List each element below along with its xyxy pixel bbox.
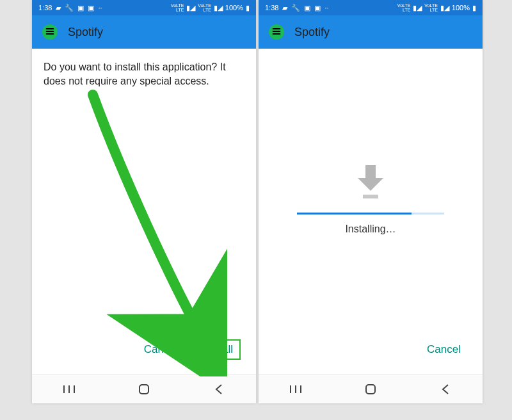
- installing-body: Installing… Cancel: [259, 49, 483, 374]
- battery-icon: ▮: [472, 4, 476, 12]
- nav-recent-button[interactable]: [276, 384, 315, 394]
- image-icon: ▣: [77, 4, 84, 12]
- install-prompt-body: Do you want to install this application?…: [32, 49, 256, 374]
- signal-icon-2: ▮◢: [214, 4, 223, 12]
- progress-fill: [297, 213, 412, 214]
- install-prompt-message: Do you want to install this application?…: [44, 60, 244, 88]
- button-row: Cancel: [270, 333, 471, 369]
- image-icon-2: ▣: [88, 4, 94, 12]
- network-indicator-1: VoLTELTE: [171, 3, 184, 12]
- nav-recent-button[interactable]: [50, 384, 88, 394]
- cancel-button[interactable]: Cancel: [138, 339, 184, 360]
- network-indicator-1: VoLTELTE: [397, 3, 411, 12]
- nav-back-button[interactable]: [200, 383, 238, 396]
- nav-home-button[interactable]: [125, 383, 163, 396]
- nav-bar: [259, 374, 483, 403]
- cancel-button[interactable]: Cancel: [420, 339, 467, 360]
- svg-marker-4: [358, 165, 383, 191]
- phone-installing: 1:38 ▰ 🔧 ▣ ▣ ·· VoLTELTE ▮◢ VoLTELTE ▮◢ …: [259, 0, 483, 403]
- battery-icon: ▮: [246, 4, 250, 12]
- app-header: Spotify: [32, 15, 256, 49]
- wrench-icon: 🔧: [65, 4, 74, 12]
- status-time: 1:38: [265, 4, 278, 12]
- signal-icon: ▮◢: [186, 4, 195, 12]
- spotify-icon: [269, 24, 284, 40]
- install-button[interactable]: Install: [197, 339, 241, 360]
- nav-bar: [32, 374, 256, 403]
- status-time: 1:38: [38, 4, 52, 12]
- app-header: Spotify: [259, 15, 483, 49]
- download-icon: [353, 163, 388, 201]
- image-icon: ▣: [304, 4, 310, 12]
- battery-pct: 100%: [225, 4, 243, 12]
- battery-pct: 100%: [452, 4, 470, 12]
- svg-rect-3: [140, 385, 148, 394]
- more-icon: ··: [324, 4, 328, 12]
- progress-bar: [297, 213, 444, 214]
- spotify-icon: [42, 24, 58, 40]
- status-bar: 1:38 ▰ 🔧 ▣ ▣ ·· VoLTELTE ▮◢ VoLTELTE ▮◢ …: [259, 0, 483, 15]
- button-row: Cancel Install: [44, 333, 244, 369]
- status-bar: 1:38 ▰ 🔧 ▣ ▣ ·· VoLTELTE ▮◢ VoLTELTE ▮◢ …: [32, 0, 256, 15]
- app-title: Spotify: [68, 26, 103, 39]
- app-title: Spotify: [294, 26, 330, 39]
- phone-install-prompt: 1:38 ▰ 🔧 ▣ ▣ ·· VoLTELTE ▮◢ VoLTELTE ▮◢ …: [32, 0, 256, 403]
- mail-icon: ▰: [282, 4, 287, 12]
- installing-label: Installing…: [345, 223, 396, 235]
- network-indicator-2: VoLTELTE: [424, 3, 438, 12]
- signal-icon-2: ▮◢: [440, 4, 449, 12]
- signal-icon: ▮◢: [413, 4, 422, 12]
- image-icon-2: ▣: [314, 4, 321, 12]
- nav-home-button[interactable]: [351, 383, 390, 396]
- svg-rect-9: [366, 385, 375, 394]
- nav-back-button[interactable]: [426, 383, 465, 396]
- more-icon: ··: [98, 4, 102, 12]
- svg-rect-5: [363, 195, 378, 198]
- mail-icon: ▰: [56, 4, 61, 12]
- network-indicator-2: VoLTELTE: [198, 3, 211, 12]
- wrench-icon: 🔧: [291, 4, 300, 12]
